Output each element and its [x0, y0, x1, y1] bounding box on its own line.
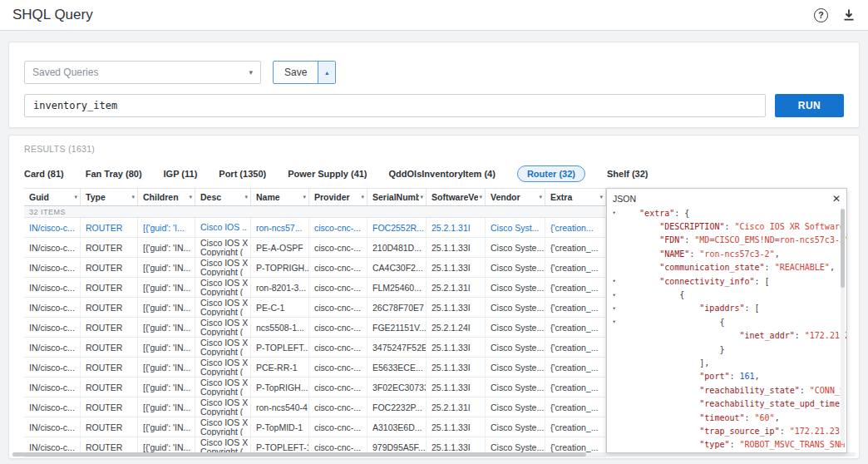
run-button[interactable]: RUN — [775, 94, 844, 117]
cell-desc: Cisco IOS X...Copyright ( — [195, 238, 251, 257]
filter-caret-icon[interactable]: ▾ — [419, 194, 423, 200]
table-row[interactable]: IN/cisco-c...ROUTER[{'guid': 'IN...Cisco… — [24, 397, 606, 417]
cell-software: 25.1.1.33I — [427, 378, 486, 397]
column-header-extra[interactable]: Extra▾ — [545, 189, 606, 205]
cell-desc: Cisco IOS X...Copyright ( — [195, 417, 251, 437]
cell-provider: cisco-cnc-... — [309, 378, 367, 397]
filter-caret-icon[interactable]: ▾ — [538, 194, 542, 200]
help-icon[interactable]: ? — [814, 8, 828, 22]
filter-caret-icon[interactable]: ▾ — [478, 194, 482, 200]
cell-provider: cisco-cnc-... — [309, 218, 367, 237]
column-header-guid[interactable]: Guid▾ — [24, 189, 81, 205]
query-input[interactable] — [24, 94, 766, 117]
filter-caret-icon[interactable]: ▾ — [302, 194, 306, 200]
table-row[interactable]: IN/cisco-c...ROUTER[{'guid': 'IN...Cisco… — [24, 298, 606, 318]
collapse-arrow-icon[interactable]: ▾ — [609, 278, 619, 284]
cell-children: [{'guid': 'IN... — [138, 378, 195, 397]
cell-guid: IN/cisco-c... — [24, 397, 81, 417]
cell-vendor: Cisco Syste... — [486, 238, 545, 257]
filter-caret-icon[interactable]: ▾ — [73, 194, 77, 200]
filter-chip-router-32-[interactable]: Router (32) — [517, 165, 585, 182]
desc-line: Cisco IOS X... — [200, 398, 248, 407]
filter-chip-shelf-32-[interactable]: Shelf (32) — [607, 169, 649, 179]
json-token: , — [830, 263, 835, 272]
cell-vendor: Cisco Syste... — [486, 318, 545, 337]
save-button[interactable]: Save ▴ — [273, 61, 336, 84]
json-token: "FDN" — [659, 235, 684, 244]
collapse-arrow-icon[interactable]: ▾ — [609, 318, 619, 325]
filter-chip-power-supply-41-[interactable]: Power Supply (41) — [288, 169, 367, 179]
json-token: ], — [699, 358, 709, 368]
cell-guid: IN/cisco-c... — [24, 298, 81, 317]
save-menu-caret-icon[interactable]: ▴ — [318, 62, 335, 83]
items-count-label: 32 ITEMS — [29, 208, 66, 216]
json-scrollbar-thumb[interactable] — [841, 209, 845, 288]
column-header-serial[interactable]: SerialNumb...▾ — [367, 189, 427, 205]
column-header-desc[interactable]: Desc▾ — [195, 189, 251, 205]
table-row[interactable]: IN/cisco-c...ROUTER[{'guid': 'IN...Cisco… — [24, 358, 606, 378]
cell-guid: IN/cisco-c... — [24, 238, 81, 257]
json-scrollbar[interactable] — [841, 209, 845, 444]
column-header-children[interactable]: Children▾ — [138, 189, 195, 205]
column-header-provider[interactable]: Provider▾ — [309, 189, 367, 205]
json-line: "reachability_state_upd_time" — [609, 397, 846, 410]
filter-chip-fan-tray-80-[interactable]: Fan Tray (80) — [86, 169, 142, 179]
cell-desc: Cisco IOS X...Copyright ( — [195, 378, 251, 397]
table-row[interactable]: IN/cisco-c...ROUTER[{'guid': 'IN...Cisco… — [24, 338, 606, 358]
table-row[interactable]: IN/cisco-c...ROUTER[{'guid': 'IN...Cisco… — [24, 378, 606, 397]
cell-guid: IN/cisco-c... — [24, 218, 81, 237]
column-header-name[interactable]: Name▾ — [251, 189, 309, 205]
close-icon[interactable]: ✕ — [832, 194, 841, 204]
json-token: "MD=CISCO_EMS!ND=ron-ncs57c3-2" — [694, 235, 846, 244]
cell-provider: cisco-cnc-... — [309, 258, 367, 277]
json-token: "ROBOT_MSVC_TRANS_SNM — [740, 440, 845, 449]
filter-chip-igp-11-[interactable]: IGP (11) — [164, 169, 198, 179]
cell-children: [{'guid': 'IN... — [138, 417, 195, 437]
desc-line: Cisco IOS X... — [200, 279, 248, 288]
filter-chip-qddolsinventoryitem-4-[interactable]: QddOlsInventoryItem (4) — [389, 169, 496, 179]
json-line: "trap_source_ip": "172.21.23. — [609, 424, 846, 437]
cell-vendor: Cisco Syste... — [486, 258, 545, 277]
filter-chip-port-1350-[interactable]: Port (1350) — [219, 169, 266, 179]
json-line-text: "DESCRIPTION": "Cisco IOS XR Software — [619, 222, 845, 231]
filter-caret-icon[interactable]: ▾ — [244, 194, 248, 200]
collapse-arrow-icon[interactable]: ▾ — [609, 210, 619, 216]
cell-children: [{'guid': 'I... — [138, 218, 195, 237]
filter-caret-icon[interactable]: ▾ — [188, 194, 192, 200]
horizontal-scrollbar-thumb[interactable] — [12, 452, 586, 457]
saved-queries-select[interactable]: Saved Queries ▾ — [24, 61, 261, 84]
table-row[interactable]: IN/cisco-c...ROUTER[{'guid': 'IN...Cisco… — [24, 258, 606, 278]
desc-line: Copyright ( — [200, 427, 248, 437]
filter-caret-icon[interactable]: ▾ — [599, 194, 603, 200]
table-row[interactable]: IN/cisco-c...ROUTER[{'guid': 'I...Cisco … — [24, 218, 606, 238]
json-line: ▾ "ipaddrs": [ — [609, 302, 846, 315]
json-line-text: "timeout": "60", — [619, 413, 780, 422]
items-count-row: 32 ITEMS — [24, 206, 606, 218]
cell-provider: cisco-cnc-... — [309, 397, 367, 417]
column-label: Type — [86, 192, 131, 202]
results-panel: RESULTS (1631) Card (81)Fan Tray (80)IGP… — [8, 135, 860, 459]
collapse-arrow-icon[interactable]: ▾ — [609, 305, 619, 312]
cell-software: 25.2.1.31I — [427, 278, 486, 297]
cell-name: PCE-RR-1 — [251, 358, 309, 377]
column-header-type[interactable]: Type▾ — [81, 189, 138, 205]
json-line-text: "inet_addr": "172.21.2 — [619, 331, 846, 340]
table-row[interactable]: IN/cisco-c...ROUTER[{'guid': 'IN...Cisco… — [24, 278, 606, 298]
table-row[interactable]: IN/cisco-c...ROUTER[{'guid': 'IN...Cisco… — [24, 318, 606, 338]
desc-line: Copyright ( — [200, 387, 248, 397]
cell-software: 25.1.1.33I — [427, 358, 486, 377]
download-icon[interactable] — [842, 8, 856, 22]
filter-caret-icon[interactable]: ▾ — [131, 194, 135, 200]
column-header-software[interactable]: SoftwareVer...▾ — [427, 189, 486, 205]
collapse-arrow-icon[interactable]: ▾ — [609, 292, 619, 299]
filter-caret-icon[interactable]: ▾ — [360, 194, 364, 200]
table-row[interactable]: IN/cisco-c...ROUTER[{'guid': 'IN...Cisco… — [24, 417, 606, 437]
table-row[interactable]: IN/cisco-c...ROUTER[{'guid': 'IN...Cisco… — [24, 238, 606, 258]
cell-extra: {'creation_... — [545, 278, 606, 297]
column-header-vendor[interactable]: Vendor▾ — [486, 189, 545, 205]
cell-software: 25.1.1.33I — [427, 338, 486, 357]
cell-name: ron-ncs57... — [251, 218, 309, 237]
filter-chip-card-81-[interactable]: Card (81) — [24, 169, 64, 179]
column-label: SerialNumb... — [372, 192, 419, 202]
json-token: "extra" — [639, 209, 674, 218]
